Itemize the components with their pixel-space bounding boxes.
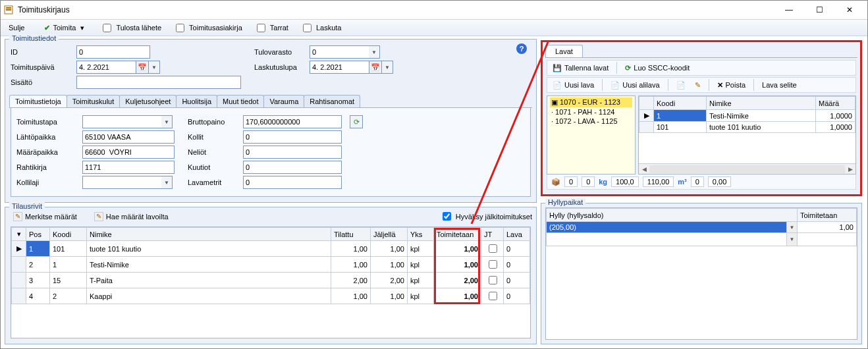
orderline-row[interactable]: 21Testi-Nimike1,001,00kpl1,000 bbox=[12, 257, 530, 273]
kollilaji-field[interactable] bbox=[82, 176, 161, 189]
fetch-qty-button[interactable]: ✎Hae määrät lavoilta bbox=[90, 211, 173, 223]
col-hylly[interactable]: Hylly (hyllysaldo) bbox=[547, 209, 798, 222]
to-field[interactable] bbox=[82, 146, 175, 159]
subtab-muut tiedot[interactable]: Muut tiedot bbox=[217, 95, 264, 107]
subtab-kuljetusohjeet[interactable]: Kuljetusohjeet bbox=[119, 95, 176, 107]
id-field[interactable] bbox=[76, 45, 150, 59]
lavametrit-field[interactable] bbox=[243, 176, 342, 189]
deliver-button[interactable]: ✔Toimita ▾ bbox=[40, 22, 88, 34]
status-box2: 0 bbox=[582, 176, 595, 187]
create-sscc-button[interactable]: ⟳Luo SSCC-koodit bbox=[622, 63, 692, 74]
new-pallet-button[interactable]: 📄Uusi lava bbox=[550, 80, 597, 91]
delete-button[interactable]: ✕Poista bbox=[715, 80, 749, 91]
print-note-toggle[interactable]: Tulosta lähete bbox=[100, 22, 161, 34]
close-window-button[interactable]: ✕ bbox=[834, 1, 865, 19]
help-icon[interactable]: ? bbox=[516, 43, 527, 54]
col-nimike[interactable]: Nimike bbox=[707, 97, 816, 110]
col-lava[interactable]: Lava bbox=[504, 228, 530, 241]
delivery-doc-toggle[interactable]: Toimitusasiakirja bbox=[173, 22, 242, 34]
col-yks[interactable]: Yks bbox=[408, 228, 434, 241]
kollilaji-dropdown[interactable]: ▼ bbox=[161, 176, 173, 189]
jt-checkbox[interactable] bbox=[489, 260, 497, 269]
subtab-toimitustietoja[interactable]: Toimitustietoja bbox=[9, 95, 67, 107]
col-nimike[interactable]: Nimike bbox=[87, 228, 331, 241]
pallet-tree[interactable]: ▣ 1070 - EUR - 1123· 1071 - PAH - 1124· … bbox=[547, 95, 636, 174]
tree-node[interactable]: ▣ 1070 - EUR - 1123 bbox=[550, 97, 632, 107]
invoice-perm-field[interactable] bbox=[310, 61, 369, 74]
col-jt[interactable]: JT bbox=[481, 228, 504, 241]
jt-checkbox[interactable] bbox=[489, 244, 497, 253]
shelf-row[interactable]: (205,00) ▼ 1,00 bbox=[547, 222, 857, 233]
to-storage-field[interactable] bbox=[310, 45, 369, 59]
accept-backorders-checkbox[interactable] bbox=[443, 212, 451, 221]
invoice-perm-dropdown[interactable]: ▼ bbox=[382, 61, 393, 74]
maximize-button[interactable]: ☐ bbox=[804, 1, 834, 19]
save-pallets-button[interactable]: 💾Tallenna lavat bbox=[550, 63, 611, 74]
col-pos[interactable]: Pos bbox=[26, 228, 50, 241]
orderline-row[interactable]: 315T-Paita2,002,00kpl2,000 bbox=[12, 273, 530, 288]
orderline-row[interactable]: ▶1101tuote 101 kuutio1,001,00kpl1,000 bbox=[12, 241, 530, 257]
col-koodi[interactable]: Koodi bbox=[50, 228, 87, 241]
tab-lavat[interactable]: Lavat bbox=[545, 45, 583, 57]
to-storage-dropdown[interactable]: ▼ bbox=[369, 45, 380, 59]
tree-node[interactable]: · 1072 - LAVA - 1125 bbox=[550, 117, 632, 126]
copy-button[interactable]: 📄 bbox=[674, 80, 688, 91]
labels-toggle[interactable]: Tarrat bbox=[254, 22, 288, 34]
minimize-button[interactable]: — bbox=[774, 1, 804, 19]
neliot-field[interactable] bbox=[243, 146, 342, 159]
col-toimitetaan[interactable]: Toimitetaan bbox=[434, 228, 481, 241]
col-koodi[interactable]: Koodi bbox=[654, 97, 707, 110]
edit-button[interactable]: ✎ bbox=[692, 80, 703, 91]
shelf-dropdown[interactable]: ▼ bbox=[786, 222, 797, 232]
shelf-row-empty[interactable]: ▼ bbox=[547, 233, 857, 246]
pallet-desc-button[interactable]: Lava selite bbox=[759, 80, 800, 90]
orderline-row[interactable]: 42Kaappi1,001,00kpl1,000 bbox=[12, 288, 530, 304]
subtab-rahtisanomat[interactable]: Rahtisanomat bbox=[304, 95, 360, 107]
shelf-dropdown[interactable]: ▼ bbox=[786, 233, 797, 246]
calendar-icon[interactable]: 📅 bbox=[369, 61, 382, 74]
svg-rect-2 bbox=[6, 9, 11, 11]
kollit-field[interactable] bbox=[243, 130, 342, 144]
orderlines-group: Tilausrivit ✎Merkitse määrät ✎Hae määrät… bbox=[5, 207, 537, 344]
col-toimitetaan[interactable]: Toimitetaan bbox=[798, 209, 857, 222]
kuutiot-field[interactable] bbox=[243, 161, 342, 174]
method-dropdown[interactable]: ▼ bbox=[161, 115, 173, 128]
col-maara[interactable]: Määrä bbox=[816, 97, 855, 110]
delivery-date-field[interactable] bbox=[76, 61, 136, 74]
row-selector-header[interactable]: ▾ bbox=[12, 228, 26, 241]
pallet-grid-row[interactable]: 101tuote 101 kuutio1,0000 bbox=[639, 122, 855, 133]
calendar-icon[interactable]: 📅 bbox=[136, 61, 149, 74]
from-field[interactable] bbox=[82, 130, 175, 144]
shelf-group: Hyllypaikat Hylly (hyllysaldo) Toimiteta… bbox=[541, 203, 862, 344]
labels-checkbox[interactable] bbox=[257, 24, 265, 32]
invoice-checkbox[interactable] bbox=[303, 24, 312, 32]
mark-qty-button[interactable]: ✎Merkitse määrät bbox=[9, 211, 81, 223]
pallet-grid-row[interactable]: ▶1Testi-Nimike1,0000 bbox=[639, 110, 855, 122]
jt-checkbox[interactable] bbox=[489, 292, 497, 300]
subtab-varauma[interactable]: Varauma bbox=[263, 95, 304, 107]
pallet-grid[interactable]: Koodi Nimike Määrä ▶1Testi-Nimike1,00001… bbox=[638, 95, 856, 174]
content-field[interactable] bbox=[76, 76, 241, 89]
col-tilattu[interactable]: Tilattu bbox=[331, 228, 371, 241]
col-jaljella[interactable]: Jäljellä bbox=[371, 228, 408, 241]
print-note-checkbox[interactable] bbox=[103, 24, 111, 32]
delivery-date-dropdown[interactable]: ▼ bbox=[149, 61, 160, 74]
invoice-toggle[interactable]: Laskuta bbox=[300, 22, 342, 34]
tree-node[interactable]: · 1071 - PAH - 1124 bbox=[550, 107, 632, 117]
orderlines-grid[interactable]: ▾ Pos Koodi Nimike Tilattu Jäljellä Yks … bbox=[11, 227, 531, 338]
new-subpallet-button[interactable]: 📄Uusi alilava bbox=[608, 80, 662, 91]
close-button[interactable]: Sulje bbox=[5, 22, 28, 33]
jt-checkbox[interactable] bbox=[489, 276, 497, 284]
delivery-doc-checkbox[interactable] bbox=[176, 24, 184, 32]
gross-field[interactable] bbox=[243, 115, 342, 128]
shelf-grid[interactable]: Hylly (hyllysaldo) Toimitetaan (205,00) … bbox=[546, 208, 857, 246]
hscrollbar[interactable]: ◀▶ bbox=[639, 163, 855, 174]
method-field[interactable] bbox=[82, 115, 161, 128]
subtab-toimituskulut[interactable]: Toimituskulut bbox=[67, 95, 121, 107]
gross-refresh-button[interactable]: ⟳ bbox=[350, 115, 363, 128]
waybill-field[interactable] bbox=[82, 161, 175, 174]
subtab-huolitsija[interactable]: Huolitsija bbox=[176, 95, 217, 107]
accept-backorders-toggle[interactable]: Hyväksy jälkitoimitukset bbox=[440, 210, 532, 223]
gross-label: Bruttopaino bbox=[188, 118, 238, 126]
check-icon: ✔ bbox=[44, 24, 50, 32]
